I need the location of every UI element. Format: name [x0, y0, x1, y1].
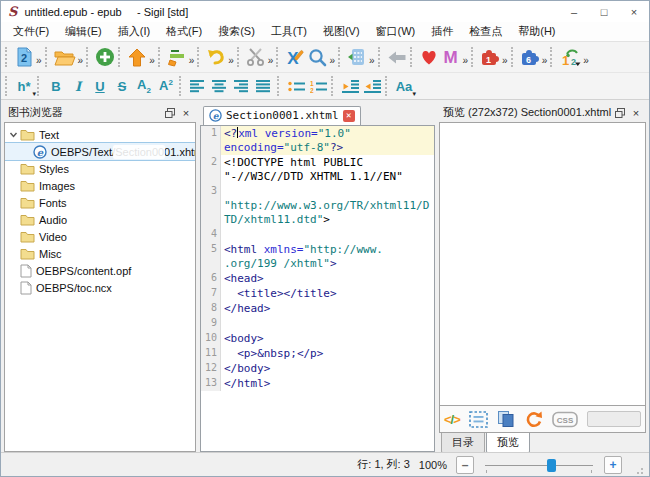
- line-number: 10: [201, 331, 221, 346]
- code-text[interactable]: <html xmlns="http://www. .org/199 /xhtml…: [221, 242, 434, 271]
- menu-item[interactable]: 工具(T): [263, 22, 315, 41]
- css-button[interactable]: CSS: [552, 411, 578, 428]
- marker-button[interactable]: [166, 44, 188, 70]
- bold-button[interactable]: B: [45, 73, 67, 99]
- close-panel-icon[interactable]: ×: [628, 105, 644, 120]
- svg-text:e: e: [37, 146, 44, 157]
- tree-item-text[interactable]: Text: [5, 126, 195, 143]
- code-text[interactable]: [221, 227, 434, 242]
- tree-item-oebps-toc-ncx[interactable]: OEBPS/toc.ncx: [5, 279, 195, 296]
- svg-text:2: 2: [571, 57, 576, 67]
- align-right-button[interactable]: [231, 73, 253, 99]
- heading-button[interactable]: h*▾: [13, 73, 35, 99]
- align-left-button[interactable]: [187, 73, 209, 99]
- zoom-slider[interactable]: [483, 456, 595, 474]
- code-text[interactable]: <head>: [221, 271, 434, 286]
- resize-grip-icon[interactable]: [633, 464, 645, 476]
- code-text[interactable]: [221, 316, 434, 331]
- tree-item-audio[interactable]: Audio: [5, 211, 195, 228]
- close-icon[interactable]: ×: [619, 1, 649, 22]
- text-case-button[interactable]: Aa▾: [393, 73, 415, 99]
- code-text[interactable]: </body>: [221, 361, 434, 376]
- select-element-button[interactable]: [469, 411, 488, 428]
- donate-button[interactable]: [418, 44, 440, 70]
- inspect-code-button[interactable]: </>: [444, 412, 460, 427]
- book-browser-tree: TexteOEBPS/Text/Section0001.xhtmlStylesI…: [4, 122, 196, 452]
- new-file-button[interactable]: 2: [13, 44, 35, 70]
- list-bullet-icon: [288, 80, 305, 93]
- list-numbered-button[interactable]: 12: [307, 73, 329, 99]
- code-text[interactable]: </html>: [221, 376, 434, 391]
- code-text[interactable]: <body>: [221, 331, 434, 346]
- italic-button[interactable]: I: [67, 73, 89, 99]
- close-panel-icon[interactable]: ×: [178, 105, 194, 120]
- code-editor[interactable]: 1<?xml version="1.0" encoding="utf-8"?>2…: [200, 125, 435, 452]
- underline-button[interactable]: U: [89, 73, 111, 99]
- menu-item[interactable]: 帮助(H): [510, 22, 563, 41]
- menu-item[interactable]: 视图(V): [315, 22, 368, 41]
- tree-item-oebps-text-section0001-xhtml[interactable]: eOEBPS/Text/Section0001.xhtml: [5, 143, 195, 160]
- folder-icon: [20, 162, 35, 175]
- cut-button[interactable]: [245, 44, 267, 70]
- outdent-button[interactable]: [339, 73, 361, 99]
- refresh-button[interactable]: [524, 410, 543, 429]
- open-file-button[interactable]: [53, 44, 77, 70]
- menu-item[interactable]: 检查点: [461, 22, 510, 41]
- align-center-button[interactable]: [209, 73, 231, 99]
- add-file-button[interactable]: [94, 44, 116, 70]
- code-text[interactable]: "http://www.w3.org/TR/xhtml11/DTD/xhtml1…: [221, 184, 434, 227]
- back-button[interactable]: [386, 44, 408, 70]
- superscript-button[interactable]: A2: [155, 73, 177, 99]
- preview-tab-preview[interactable]: 预览: [486, 433, 530, 454]
- minimize-icon[interactable]: –: [559, 1, 589, 22]
- clips-button[interactable]: 12: [558, 44, 582, 70]
- insert-button[interactable]: [346, 44, 368, 70]
- menu-item[interactable]: 搜索(S): [210, 22, 263, 41]
- code-text[interactable]: <!DOCTYPE html PUBLIC "-//W3C//DTD XHTML…: [221, 155, 434, 184]
- menu-item[interactable]: 插件: [423, 22, 461, 41]
- copy-button[interactable]: [497, 410, 515, 428]
- svg-text:1: 1: [310, 80, 314, 87]
- indent-button[interactable]: [361, 73, 383, 99]
- svg-text:6: 6: [526, 55, 531, 65]
- code-text[interactable]: <title></title>: [221, 286, 434, 301]
- plugin-red-button[interactable]: 1: [479, 44, 501, 70]
- menu-item[interactable]: 插入(I): [110, 22, 158, 41]
- inspect-code-icon: </>: [444, 412, 460, 427]
- preview-tab-toc[interactable]: 目录: [441, 433, 485, 454]
- maximize-icon[interactable]: □: [589, 1, 619, 22]
- expander-icon[interactable]: [7, 130, 20, 139]
- save-button[interactable]: [126, 44, 148, 70]
- tree-item-fonts[interactable]: Fonts: [5, 194, 195, 211]
- preview-viewport[interactable]: [439, 122, 646, 406]
- plugin-blue-button[interactable]: 6: [519, 44, 541, 70]
- metadata-button[interactable]: M: [440, 44, 462, 70]
- menu-item[interactable]: 编辑(E): [57, 22, 110, 41]
- tree-item-styles[interactable]: Styles: [5, 160, 195, 177]
- tree-item-images[interactable]: Images: [5, 177, 195, 194]
- menu-item[interactable]: 格式(F): [158, 22, 210, 41]
- tree-item-video[interactable]: Video: [5, 228, 195, 245]
- find-button[interactable]: [306, 44, 328, 70]
- zoom-out-button[interactable]: –: [456, 456, 474, 474]
- subscript-button[interactable]: A2: [133, 73, 155, 99]
- main-toolbar: 2»»»»»»X»»M»1»6»12»: [1, 41, 649, 72]
- tree-item-misc[interactable]: Misc: [5, 245, 195, 262]
- zoom-in-button[interactable]: +: [604, 456, 622, 474]
- menu-item[interactable]: 窗口(W): [368, 22, 424, 41]
- align-justify-button[interactable]: [253, 73, 275, 99]
- code-text[interactable]: </head>: [221, 301, 434, 316]
- strikethrough-button[interactable]: S: [111, 73, 133, 99]
- undo-button[interactable]: [205, 44, 227, 70]
- tree-item-oebps-content-opf[interactable]: OEBPS/content.opf: [5, 262, 195, 279]
- code-text[interactable]: <?xml version="1.0" encoding="utf-8"?>: [221, 126, 434, 155]
- tab-section0001[interactable]: e Section0001.xhtml ✕: [203, 106, 361, 125]
- spellcheck-button[interactable]: X: [284, 44, 306, 70]
- float-panel-icon[interactable]: [162, 105, 178, 120]
- slider-handle[interactable]: [547, 459, 556, 472]
- list-bullet-button[interactable]: [285, 73, 307, 99]
- tab-close-icon[interactable]: ✕: [343, 110, 355, 122]
- code-text[interactable]: <p>&nbsp;</p>: [221, 346, 434, 361]
- menu-item[interactable]: 文件(F): [5, 22, 57, 41]
- float-panel-icon[interactable]: [612, 105, 628, 120]
